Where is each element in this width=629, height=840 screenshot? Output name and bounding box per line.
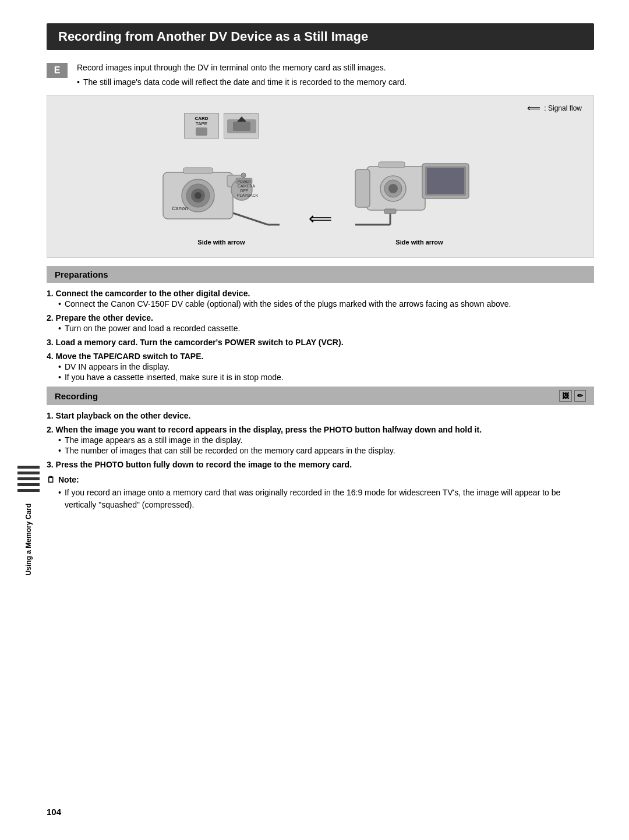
svg-line-15 [233, 213, 268, 225]
prep-step-3: 3. Load a memory card. Turn the camcorde… [47, 338, 594, 347]
rec-step-3-text: 3. Press the PHOTO button fully down to … [47, 460, 594, 469]
prep-step-4: 4. Move the TAPE/CARD switch to TAPE. DV… [47, 352, 594, 382]
note-section: 🗒 Note: If you record an image onto a me… [47, 475, 594, 511]
svg-point-19 [241, 173, 246, 178]
inset-plug [224, 113, 259, 139]
svg-rect-31 [427, 168, 464, 194]
svg-text:CAMERA: CAMERA [238, 184, 255, 188]
recording-icons: 🖼 ✏ [559, 390, 586, 402]
prep-step-1-text: 1. Connect the camcorder to the other di… [47, 289, 594, 298]
rec-step-3: 3. Press the PHOTO button fully down to … [47, 460, 594, 469]
intro-text: Record images input through the DV in te… [77, 62, 594, 87]
diagram-area: ⟸ : Signal flow CARD TAPE [47, 95, 594, 258]
note-header: 🗒 Note: [47, 475, 594, 484]
e-badge: E [47, 63, 68, 78]
right-device-svg [349, 143, 489, 236]
page-title-banner: Recording from Another DV Device as a St… [47, 23, 594, 50]
rec-step-1-text: 1. Start playback on the other device. [47, 411, 594, 420]
rec-step-2-bullet-1: The image appears as a still image in th… [58, 435, 594, 445]
svg-rect-9 [183, 168, 213, 173]
note-text: If you record an image onto a memory car… [65, 487, 594, 511]
page-number: 104 [47, 807, 61, 817]
note-title: Note: [58, 475, 79, 484]
preparations-content: 1. Connect the camcorder to the other di… [47, 289, 594, 382]
sidebar-line-5 [17, 489, 40, 492]
prep-step-1: 1. Connect the camcorder to the other di… [47, 289, 594, 309]
prep-step-2-text: 2. Prepare the other device. [47, 313, 594, 322]
prep-step-2: 2. Prepare the other device. Turn on the… [47, 313, 594, 333]
diagram-illustration: CARD TAPE [59, 107, 582, 251]
rec-step-1: 1. Start playback on the other device. [47, 411, 594, 420]
intro-main: Record images input through the DV in te… [77, 62, 594, 74]
svg-rect-28 [384, 209, 396, 214]
svg-rect-27 [355, 169, 370, 207]
prep-step-4-text: 4. Move the TAPE/CARD switch to TAPE. [47, 352, 594, 361]
prep-step-3-text: 3. Load a memory card. Turn the camcorde… [47, 338, 594, 347]
rec-step-2-bullet-2: The number of images that can still be r… [58, 446, 594, 455]
sidebar-line-2 [17, 472, 40, 474]
prep-step-1-bullet: Connect the Canon CV-150F DV cable (opti… [58, 299, 594, 309]
prep-step-4-bullet-2: If you have a cassette inserted, make su… [58, 373, 594, 382]
signal-flow-label: ⟸ : Signal flow [527, 102, 582, 114]
sidebar-label: Using a Memory Card [24, 504, 33, 575]
left-sidebar: Using a Memory Card [17, 466, 40, 575]
intro-section: E Record images input through the DV in … [47, 62, 594, 87]
recording-icon-pencil: ✏ [574, 390, 586, 402]
svg-text:POWER: POWER [238, 180, 251, 183]
sidebar-lines [17, 466, 40, 492]
recording-header: Recording 🖼 ✏ [47, 387, 594, 405]
svg-text:Canon: Canon [172, 205, 189, 211]
sidebar-line-3 [17, 477, 40, 480]
signal-flow-text: : Signal flow [544, 104, 582, 112]
prep-step-4-bullet-1: DV IN appears in the display. [58, 362, 594, 371]
signal-flow-arrow: ⟸ [527, 102, 540, 114]
svg-text:PLAYBACK: PLAYBACK [237, 193, 259, 197]
rec-step-2-text: 2. When the image you want to record app… [47, 425, 594, 434]
right-device-block: Side with arrow [349, 143, 489, 246]
intro-bullet: The still image's data code will reflect… [77, 77, 594, 87]
preparations-title: Preparations [55, 270, 108, 279]
svg-point-7 [195, 192, 202, 199]
note-icon: 🗒 [47, 475, 55, 484]
recording-title: Recording [55, 391, 98, 401]
left-side-label: Side with arrow [197, 239, 245, 246]
svg-text:OFF: OFF [240, 189, 248, 193]
svg-marker-2 [237, 116, 246, 122]
right-side-label: Side with arrow [395, 239, 443, 246]
preparations-header: Preparations [47, 266, 594, 283]
svg-rect-1 [233, 122, 250, 131]
recording-icon-image: 🖼 [559, 390, 572, 402]
left-camcorder-block: CARD TAPE [151, 113, 291, 246]
left-camcorder-svg: CAMERA OFF PLAYBACK Canon POWER [151, 143, 291, 236]
inset-card: CARD TAPE [184, 113, 219, 139]
note-bullet: If you record an image onto a memory car… [58, 487, 594, 511]
prep-step-2-bullet: Turn on the power and load a recorded ca… [58, 324, 594, 333]
sidebar-line-1 [17, 466, 40, 469]
sidebar-line-4 [17, 483, 40, 486]
recording-content: 1. Start playback on the other device. 2… [47, 411, 594, 511]
center-arrow: ⟸ [309, 209, 332, 246]
rec-step-2: 2. When the image you want to record app… [47, 425, 594, 455]
svg-point-25 [388, 184, 398, 193]
svg-rect-26 [379, 162, 405, 168]
